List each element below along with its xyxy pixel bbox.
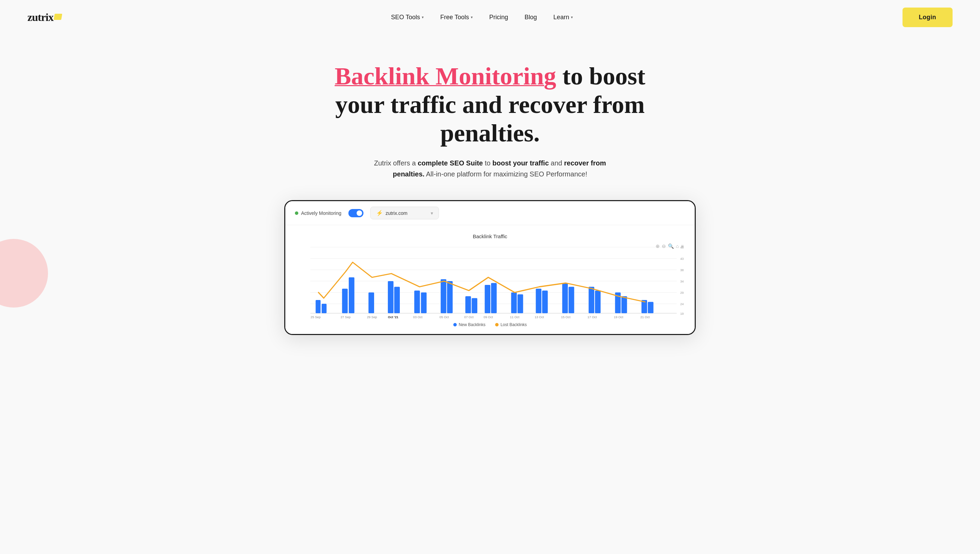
svg-rect-18 (369, 292, 374, 313)
nav-link-learn[interactable]: Learn ▾ (554, 14, 573, 21)
chart-toolbar: ⊕ ⊖ 🔍 ⌂ ≡ (655, 243, 684, 249)
svg-text:09 Oct: 09 Oct (484, 315, 493, 319)
svg-text:29 Sep: 29 Sep (367, 315, 377, 319)
svg-text:15 Oct: 15 Oct (561, 315, 571, 319)
svg-text:03 Oct: 03 Oct (413, 315, 423, 319)
svg-rect-24 (447, 281, 453, 313)
dashboard-topbar: Actively Monitoring ⚡ zutrix.com ▾ (285, 201, 695, 225)
nav-item-free-tools[interactable]: Free Tools ▾ (440, 14, 473, 21)
chart-legend: New Backlinks Lost Backlinks (296, 322, 684, 327)
nav-item-blog[interactable]: Blog (525, 14, 537, 21)
svg-text:17 Oct: 17 Oct (587, 315, 597, 319)
reset-icon[interactable]: ⌂ (676, 243, 679, 249)
svg-text:25 Sep: 25 Sep (311, 315, 321, 319)
nav-link-free-tools[interactable]: Free Tools ▾ (440, 14, 473, 21)
svg-rect-30 (517, 294, 523, 313)
legend-new-backlinks-label: New Backlinks (459, 322, 485, 327)
svg-rect-40 (648, 302, 653, 313)
navbar: zutrix SEO Tools ▾ Free Tools ▾ Pricing … (0, 0, 980, 35)
hero-title: Backlink Monitoring to boost your traffi… (318, 62, 662, 147)
svg-text:19 Oct: 19 Oct (614, 315, 624, 319)
logo[interactable]: zutrix (27, 11, 62, 24)
svg-rect-23 (441, 279, 446, 313)
hero-subtitle: Zutrix offers a complete SEO Suite to bo… (360, 158, 620, 179)
url-icon: ⚡ (376, 210, 383, 216)
svg-text:13 Oct: 13 Oct (535, 315, 544, 319)
zoom-out-icon[interactable]: ⊖ (662, 243, 666, 249)
logo-text: zutrix (27, 11, 54, 24)
svg-rect-36 (595, 291, 600, 313)
nav-item-learn[interactable]: Learn ▾ (554, 14, 573, 21)
svg-rect-38 (621, 296, 627, 313)
active-dot (295, 211, 298, 215)
chevron-down-icon: ▾ (571, 15, 573, 19)
svg-text:11 Oct: 11 Oct (510, 315, 520, 319)
svg-rect-28 (491, 283, 496, 313)
svg-text:19: 19 (680, 312, 684, 315)
svg-rect-21 (414, 291, 420, 313)
svg-rect-14 (316, 300, 321, 313)
svg-rect-20 (395, 287, 400, 313)
login-button[interactable]: Login (902, 8, 953, 27)
chevron-down-icon: ▾ (422, 15, 424, 19)
hero-title-highlight: Backlink Monitoring (335, 62, 556, 90)
svg-rect-26 (472, 298, 477, 313)
nav-link-blog[interactable]: Blog (525, 14, 537, 21)
svg-rect-34 (568, 287, 574, 313)
legend-lost-backlinks: Lost Backlinks (495, 322, 527, 327)
svg-text:07 Oct: 07 Oct (464, 315, 474, 319)
url-bar: ⚡ zutrix.com ▾ (370, 207, 439, 219)
svg-rect-19 (388, 281, 393, 313)
svg-rect-31 (536, 289, 541, 313)
svg-text:Oct '21: Oct '21 (388, 315, 398, 319)
legend-lost-backlinks-label: Lost Backlinks (501, 322, 527, 327)
legend-new-backlinks: New Backlinks (453, 322, 485, 327)
dashboard-frame: Actively Monitoring ⚡ zutrix.com ▾ Backl… (284, 200, 696, 335)
url-value: zutrix.com (386, 211, 408, 216)
chart-area: Backlink Traffic ⊕ ⊖ 🔍 ⌂ ≡ (285, 225, 695, 334)
monitor-indicator: Actively Monitoring (295, 211, 342, 216)
svg-rect-15 (321, 304, 326, 313)
svg-rect-32 (542, 291, 547, 313)
chart-container: ⊕ ⊖ 🔍 ⌂ ≡ (296, 243, 684, 319)
svg-text:34: 34 (680, 279, 684, 283)
svg-text:05 Oct: 05 Oct (440, 315, 449, 319)
legend-dot-orange (495, 323, 499, 326)
monitor-label: Actively Monitoring (301, 211, 342, 216)
menu-icon[interactable]: ≡ (681, 243, 684, 249)
nav-item-pricing[interactable]: Pricing (489, 14, 508, 21)
svg-text:24: 24 (680, 302, 684, 306)
nav-item-seo-tools[interactable]: SEO Tools ▾ (391, 14, 424, 21)
hero-section: Backlink Monitoring to boost your traffi… (0, 35, 980, 335)
svg-text:38: 38 (680, 268, 684, 272)
legend-dot-blue (453, 323, 457, 326)
svg-rect-33 (562, 283, 568, 313)
zoom-in-icon[interactable]: ⊕ (655, 243, 660, 249)
svg-rect-29 (511, 292, 517, 313)
nav-links: SEO Tools ▾ Free Tools ▾ Pricing Blog Le… (391, 14, 573, 21)
svg-rect-17 (349, 277, 354, 313)
dashboard-mockup: Actively Monitoring ⚡ zutrix.com ▾ Backl… (284, 200, 696, 335)
svg-text:21 Oct: 21 Oct (640, 315, 650, 319)
backlink-chart: 48 43 38 34 29 24 19 (296, 243, 684, 319)
svg-rect-16 (342, 289, 348, 313)
logo-accent-block (54, 14, 62, 20)
nav-link-pricing[interactable]: Pricing (489, 14, 508, 21)
magnify-icon[interactable]: 🔍 (668, 243, 674, 249)
svg-text:43: 43 (680, 257, 684, 260)
svg-rect-22 (421, 292, 426, 313)
decorative-blob (0, 239, 48, 308)
nav-link-seo-tools[interactable]: SEO Tools ▾ (391, 14, 424, 21)
svg-rect-25 (465, 296, 471, 313)
svg-rect-35 (589, 287, 594, 313)
chevron-down-icon: ▾ (471, 15, 473, 19)
svg-text:27 Sep: 27 Sep (340, 315, 350, 319)
svg-text:29: 29 (680, 291, 684, 294)
chart-title: Backlink Traffic (296, 233, 684, 239)
url-dropdown-icon: ▾ (431, 211, 433, 216)
monitor-toggle[interactable] (348, 209, 363, 217)
svg-rect-27 (485, 285, 490, 313)
